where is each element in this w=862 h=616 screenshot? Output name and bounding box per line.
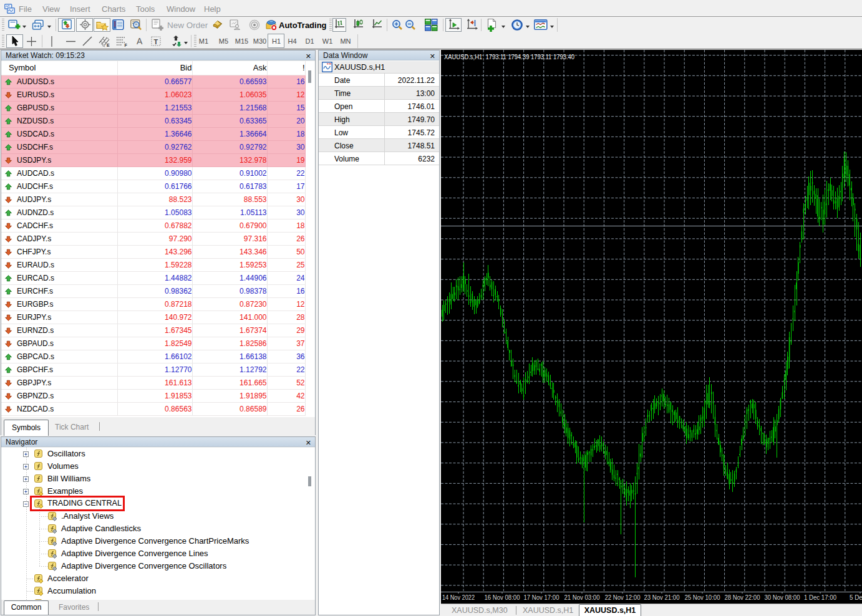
svg-text:F: F xyxy=(125,43,128,47)
svg-text:28 Nov 22:00: 28 Nov 22:00 xyxy=(725,594,760,601)
svg-text:17 Nov 17:00: 17 Nov 17:00 xyxy=(524,594,559,601)
svg-text:22 Nov 12:00: 22 Nov 12:00 xyxy=(605,594,641,601)
svg-text:XAUUSD.s,H1 1793.11 1794.39 1: XAUUSD.s,H1 1793.11 1794.39 1793.11 1793… xyxy=(444,53,574,60)
svg-text:30 Nov 08:00: 30 Nov 08:00 xyxy=(765,594,800,601)
svg-text:E: E xyxy=(107,43,110,47)
svg-text:16 Nov 08:00: 16 Nov 08:00 xyxy=(485,594,520,601)
svg-text:25 Nov 10:00: 25 Nov 10:00 xyxy=(685,594,720,601)
svg-text:23 Nov 21:00: 23 Nov 21:00 xyxy=(644,594,680,601)
svg-text:14 Nov 2022: 14 Nov 2022 xyxy=(442,594,475,601)
svg-text:1 Dec 17:00: 1 Dec 17:00 xyxy=(804,594,836,601)
svg-text:21 Nov 03:00: 21 Nov 03:00 xyxy=(564,594,600,601)
svg-text:T: T xyxy=(154,38,158,46)
svg-text:5 Dec 0: 5 Dec 0 xyxy=(850,594,862,601)
